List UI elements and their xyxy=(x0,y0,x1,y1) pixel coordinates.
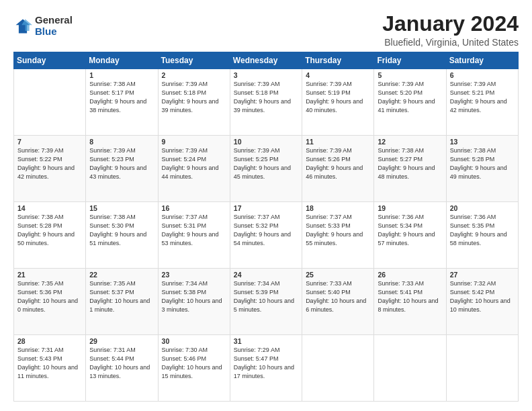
day-info: Sunrise: 7:32 AMSunset: 5:42 PMDaylight:… xyxy=(450,279,515,314)
day-number: 6 xyxy=(450,71,515,79)
table-row: 9Sunrise: 7:39 AMSunset: 5:24 PMDaylight… xyxy=(158,136,230,202)
sunset-text: Sunset: 5:22 PM xyxy=(17,156,62,163)
sunrise-text: Sunrise: 7:39 AM xyxy=(378,81,424,87)
day-info: Sunrise: 7:39 AMSunset: 5:26 PMDaylight:… xyxy=(306,146,370,181)
table-row: 7Sunrise: 7:39 AMSunset: 5:22 PMDaylight… xyxy=(14,136,86,202)
daylight-text: Daylight: 9 hours and 42 minutes. xyxy=(450,98,507,113)
day-info: Sunrise: 7:38 AMSunset: 5:27 PMDaylight:… xyxy=(378,146,442,181)
sunset-text: Sunset: 5:43 PM xyxy=(17,355,62,362)
sunrise-text: Sunrise: 7:37 AM xyxy=(234,214,280,220)
sunrise-text: Sunrise: 7:38 AM xyxy=(17,214,64,220)
daylight-text: Daylight: 10 hours and 3 minutes. xyxy=(162,298,222,313)
sunset-text: Sunset: 5:17 PM xyxy=(89,89,134,96)
calendar-table: Sunday Monday Tuesday Wednesday Thursday… xyxy=(13,52,519,402)
sunrise-text: Sunrise: 7:31 AM xyxy=(17,347,64,353)
daylight-text: Daylight: 9 hours and 43 minutes. xyxy=(89,165,146,180)
sunset-text: Sunset: 5:42 PM xyxy=(450,289,495,295)
day-number: 12 xyxy=(378,138,442,146)
subtitle: Bluefield, Virginia, United States xyxy=(382,37,519,48)
table-row: 27Sunrise: 7:32 AMSunset: 5:42 PMDayligh… xyxy=(446,269,518,335)
sunset-text: Sunset: 5:37 PM xyxy=(89,289,134,295)
day-info: Sunrise: 7:39 AMSunset: 5:21 PMDaylight:… xyxy=(450,80,515,115)
day-info: Sunrise: 7:37 AMSunset: 5:32 PMDaylight:… xyxy=(234,213,298,248)
sunrise-text: Sunrise: 7:30 AM xyxy=(162,347,208,353)
calendar-week-row: 21Sunrise: 7:35 AMSunset: 5:36 PMDayligh… xyxy=(14,269,519,335)
day-number: 30 xyxy=(162,337,226,345)
table-row: 17Sunrise: 7:37 AMSunset: 5:32 PMDayligh… xyxy=(230,202,302,269)
table-row: 18Sunrise: 7:37 AMSunset: 5:33 PMDayligh… xyxy=(302,202,374,269)
daylight-text: Daylight: 9 hours and 53 minutes. xyxy=(162,231,219,246)
sunrise-text: Sunrise: 7:39 AM xyxy=(306,147,352,154)
calendar-header-row: Sunday Monday Tuesday Wednesday Thursday… xyxy=(14,52,519,69)
day-number: 4 xyxy=(306,71,370,79)
day-info: Sunrise: 7:39 AMSunset: 5:18 PMDaylight:… xyxy=(234,80,298,115)
day-info: Sunrise: 7:35 AMSunset: 5:36 PMDaylight:… xyxy=(17,279,82,314)
logo-general-text: General xyxy=(35,15,73,26)
day-number: 9 xyxy=(162,138,226,146)
col-wednesday: Wednesday xyxy=(230,52,302,69)
day-info: Sunrise: 7:29 AMSunset: 5:47 PMDaylight:… xyxy=(234,346,298,381)
table-row xyxy=(374,335,446,402)
sunrise-text: Sunrise: 7:39 AM xyxy=(89,147,136,154)
table-row: 1Sunrise: 7:38 AMSunset: 5:17 PMDaylight… xyxy=(86,69,158,136)
daylight-text: Daylight: 10 hours and 5 minutes. xyxy=(234,298,294,313)
day-info: Sunrise: 7:38 AMSunset: 5:30 PMDaylight:… xyxy=(89,213,154,248)
sunrise-text: Sunrise: 7:38 AM xyxy=(378,147,424,154)
day-number: 13 xyxy=(450,138,515,146)
day-number: 24 xyxy=(234,271,298,279)
sunset-text: Sunset: 5:32 PM xyxy=(234,222,279,229)
sunrise-text: Sunrise: 7:39 AM xyxy=(234,81,280,87)
day-info: Sunrise: 7:33 AMSunset: 5:40 PMDaylight:… xyxy=(306,279,370,314)
sunset-text: Sunset: 5:39 PM xyxy=(234,289,279,295)
daylight-text: Daylight: 9 hours and 38 minutes. xyxy=(89,98,146,113)
sunset-text: Sunset: 5:41 PM xyxy=(378,289,423,295)
table-row: 19Sunrise: 7:36 AMSunset: 5:34 PMDayligh… xyxy=(374,202,446,269)
sunrise-text: Sunrise: 7:38 AM xyxy=(89,214,136,220)
sunset-text: Sunset: 5:35 PM xyxy=(450,222,495,229)
calendar-week-row: 28Sunrise: 7:31 AMSunset: 5:43 PMDayligh… xyxy=(14,335,519,402)
sunset-text: Sunset: 5:47 PM xyxy=(234,355,279,362)
table-row: 12Sunrise: 7:38 AMSunset: 5:27 PMDayligh… xyxy=(374,136,446,202)
day-info: Sunrise: 7:38 AMSunset: 5:17 PMDaylight:… xyxy=(89,80,154,115)
table-row: 21Sunrise: 7:35 AMSunset: 5:36 PMDayligh… xyxy=(14,269,86,335)
day-info: Sunrise: 7:34 AMSunset: 5:38 PMDaylight:… xyxy=(162,279,226,314)
sunset-text: Sunset: 5:46 PM xyxy=(162,355,207,362)
sunrise-text: Sunrise: 7:33 AM xyxy=(306,280,352,287)
table-row xyxy=(302,335,374,402)
sunset-text: Sunset: 5:19 PM xyxy=(306,89,351,96)
calendar-week-row: 7Sunrise: 7:39 AMSunset: 5:22 PMDaylight… xyxy=(14,136,519,202)
sunrise-text: Sunrise: 7:39 AM xyxy=(162,147,208,154)
day-number: 11 xyxy=(306,138,370,146)
sunset-text: Sunset: 5:18 PM xyxy=(162,89,207,96)
table-row: 8Sunrise: 7:39 AMSunset: 5:23 PMDaylight… xyxy=(86,136,158,202)
sunrise-text: Sunrise: 7:39 AM xyxy=(306,81,352,87)
day-number: 3 xyxy=(234,71,298,79)
sunset-text: Sunset: 5:34 PM xyxy=(378,222,423,229)
table-row: 11Sunrise: 7:39 AMSunset: 5:26 PMDayligh… xyxy=(302,136,374,202)
day-info: Sunrise: 7:39 AMSunset: 5:18 PMDaylight:… xyxy=(162,80,226,115)
daylight-text: Daylight: 10 hours and 17 minutes. xyxy=(234,364,294,379)
daylight-text: Daylight: 9 hours and 40 minutes. xyxy=(306,98,363,113)
table-row: 29Sunrise: 7:31 AMSunset: 5:44 PMDayligh… xyxy=(86,335,158,402)
daylight-text: Daylight: 9 hours and 51 minutes. xyxy=(89,231,146,246)
table-row: 13Sunrise: 7:38 AMSunset: 5:28 PMDayligh… xyxy=(446,136,518,202)
sunrise-text: Sunrise: 7:36 AM xyxy=(378,214,424,220)
table-row: 2Sunrise: 7:39 AMSunset: 5:18 PMDaylight… xyxy=(158,69,230,136)
sunrise-text: Sunrise: 7:34 AM xyxy=(234,280,280,287)
day-number: 23 xyxy=(162,271,226,279)
sunset-text: Sunset: 5:21 PM xyxy=(450,89,495,96)
col-tuesday: Tuesday xyxy=(158,52,230,69)
table-row: 28Sunrise: 7:31 AMSunset: 5:43 PMDayligh… xyxy=(14,335,86,402)
day-number: 15 xyxy=(89,204,154,212)
sunrise-text: Sunrise: 7:29 AM xyxy=(234,347,280,353)
title-block: January 2024 Bluefield, Virginia, United… xyxy=(382,12,519,48)
day-number: 25 xyxy=(306,271,370,279)
sunrise-text: Sunrise: 7:37 AM xyxy=(162,214,208,220)
day-info: Sunrise: 7:39 AMSunset: 5:24 PMDaylight:… xyxy=(162,146,226,181)
day-info: Sunrise: 7:31 AMSunset: 5:43 PMDaylight:… xyxy=(17,346,82,381)
day-number: 1 xyxy=(89,71,154,79)
day-info: Sunrise: 7:37 AMSunset: 5:31 PMDaylight:… xyxy=(162,213,226,248)
table-row: 26Sunrise: 7:33 AMSunset: 5:41 PMDayligh… xyxy=(374,269,446,335)
sunset-text: Sunset: 5:27 PM xyxy=(378,156,423,163)
daylight-text: Daylight: 9 hours and 50 minutes. xyxy=(17,231,75,246)
